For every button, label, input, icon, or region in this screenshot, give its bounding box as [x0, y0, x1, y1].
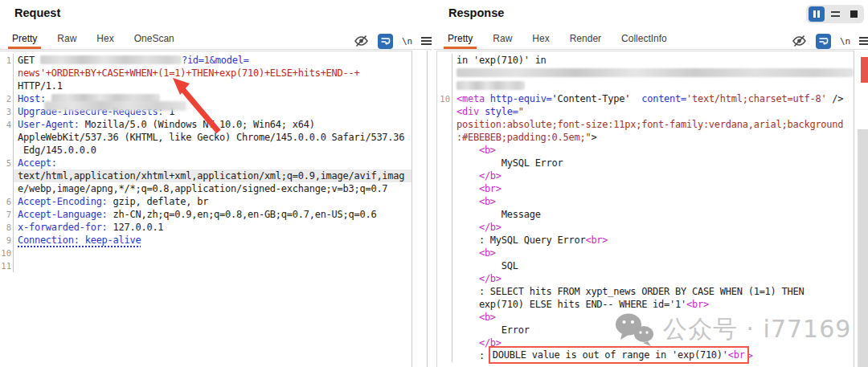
scrollbar-thumb[interactable] [858, 129, 868, 367]
code-text: <br> [479, 183, 502, 194]
request-tab-pretty[interactable]: Pretty [8, 30, 41, 49]
line-number: 5 [0, 157, 14, 169]
line-number [437, 195, 452, 208]
line-number [437, 54, 452, 67]
response-tab-hex[interactable]: Hex [528, 30, 553, 49]
annotation-box: DOUBLE value is out of range in 'exp(710… [489, 346, 749, 364]
soft-wrap-icon[interactable] [816, 34, 831, 49]
request-editor[interactable]: 1GET ?id=1&model=news'+ORDER+BY+CASE+WHE… [0, 51, 412, 367]
scroll-annotation-marker[interactable] [861, 57, 868, 83]
code-line: x-forwarded-for: 127.0.0.1 [14, 221, 411, 234]
code-text: e/webp,image/apng,*/*;q=0.8,application/… [18, 183, 387, 194]
code-line: Accept-Encoding: gzip, deflate, br [14, 195, 411, 208]
code-line: Accept-Language: zh-CN,zh;q=0.9,en;q=0.8… [14, 208, 411, 221]
response-tab-collectinfo[interactable]: CollectInfo [617, 30, 671, 49]
code-row: </b> [437, 221, 854, 234]
request-tab-hex[interactable]: Hex [92, 30, 117, 49]
code-text: <b> [479, 312, 496, 323]
request-tab-onescan[interactable]: OneScan [130, 30, 178, 49]
code-text: <b> [479, 247, 496, 259]
code-text [457, 183, 479, 194]
pause-icon [813, 10, 820, 18]
code-row: <b> [437, 144, 854, 157]
response-tab-pretty[interactable]: Pretty [444, 30, 477, 49]
code-row: <b> [437, 195, 854, 208]
code-text: gzip, deflate, br [108, 196, 209, 207]
code-text: AppleWebKit/537.36 (KHTML, like Gecko) C… [18, 132, 404, 143]
code-row: Message [437, 208, 854, 221]
code-text: Message [457, 209, 541, 220]
code-text: User-Agent: [18, 119, 80, 130]
code-text [457, 145, 479, 156]
code-line [14, 247, 411, 259]
menu-icon[interactable] [421, 37, 432, 45]
code-line: </b> [452, 272, 854, 285]
code-line: : SELECT hits FROM xypt_news ORDER BY CA… [452, 285, 854, 298]
stop-square-button[interactable] [845, 6, 862, 22]
request-scrollbar-track[interactable] [427, 51, 428, 367]
code-text: /> [826, 93, 843, 104]
request-tab-raw[interactable]: Raw [53, 30, 80, 49]
code-text: Edg/145.0.0.0 [18, 145, 96, 156]
code-line: <b> [452, 144, 854, 157]
code-line: <b> [452, 195, 854, 208]
newline-icon[interactable]: \n [402, 36, 412, 47]
code-row: e/webp,image/apng,*/*;q=0.8,application/… [0, 182, 411, 195]
newline-icon[interactable]: \n [840, 36, 850, 47]
code-text: 'text/html;charset=utf-8' [686, 93, 826, 104]
line-number [437, 336, 452, 349]
code-text: " [518, 106, 524, 117]
menu-icon[interactable] [859, 37, 868, 45]
code-row: <br> [437, 182, 854, 195]
code-line: : MySQL Query Error<br> [452, 234, 854, 247]
code-line [14, 259, 411, 272]
line-number: 3 [0, 105, 14, 118]
code-row: HTTP/1.1 [0, 80, 411, 92]
window-controls [806, 5, 864, 23]
line-number: 11 [0, 259, 14, 272]
code-row: 6Accept-Encoding: gzip, deflate, br [0, 195, 411, 208]
code-line [452, 67, 854, 80]
code-row: position:absolute;font-size:11px;font-fa… [437, 118, 854, 131]
line-number [437, 349, 452, 362]
hide-icon[interactable] [354, 35, 369, 47]
code-row: SQL [437, 259, 854, 272]
response-tab-render[interactable]: Render [566, 30, 605, 49]
code-line: Connection: keep-alive [14, 234, 411, 247]
code-text: : [457, 350, 490, 361]
soft-wrap-icon[interactable] [378, 34, 393, 49]
code-text: </b> [479, 273, 502, 284]
code-text: </b> [479, 222, 502, 233]
code-row [437, 67, 854, 80]
pause-button[interactable] [809, 6, 825, 22]
line-number: 10 [437, 92, 452, 105]
line-number [437, 324, 452, 336]
code-row: </b> [437, 169, 854, 182]
code-text: GET [18, 55, 40, 66]
code-row: : MySQL Query Error<br> [437, 234, 854, 247]
blur-redaction [457, 68, 854, 77]
code-row: news'+ORDER+BY+CASE+WHEN+(1=1)+THEN+exp(… [0, 67, 411, 80]
code-text [457, 170, 479, 181]
code-text [457, 337, 479, 349]
code-row: 10 [0, 247, 411, 259]
response-editor[interactable]: in 'exp(710)' in10<meta http-equiv='Cont… [436, 51, 854, 367]
response-tab-raw[interactable]: Raw [489, 30, 516, 49]
line-number: 7 [0, 208, 14, 221]
code-text: zh-CN,zh;q=0.9,en;q=0.8,en-GB;q=0.7,en-U… [108, 209, 377, 220]
request-panel-title: Request [14, 6, 60, 19]
code-text: Mozilla/5.0 (Windows NT 10.0; Win64; x64… [80, 119, 315, 130]
code-line: User-Agent: Mozilla/5.0 (Windows NT 10.0… [14, 118, 411, 131]
code-line: <div style=" [452, 105, 854, 118]
hide-icon[interactable] [792, 35, 807, 47]
code-line: HTTP/1.1 [14, 80, 411, 92]
code-row: : SELECT hits FROM xypt_news ORDER BY CA… [437, 285, 854, 298]
line-number: 2 [0, 92, 14, 105]
code-line: <meta http-equiv='Content-Type' content=… [452, 92, 854, 105]
blur-redaction [44, 101, 186, 111]
split-lines-button[interactable] [827, 6, 843, 22]
code-text [457, 247, 479, 259]
line-number [437, 234, 452, 247]
code-text: DOUBLE value is out of range in 'exp(710… [493, 349, 728, 361]
code-line: MySQL Error [452, 157, 854, 169]
